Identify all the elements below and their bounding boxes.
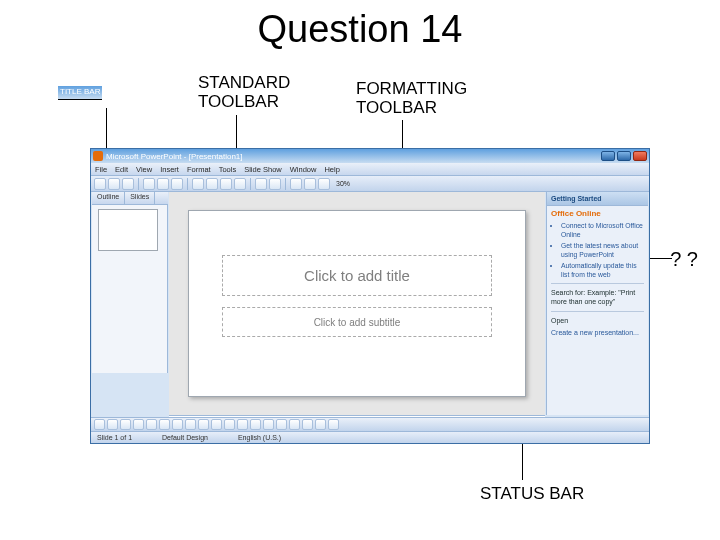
fill-color-icon[interactable] <box>237 419 248 430</box>
line-style-icon[interactable] <box>276 419 287 430</box>
dash-style-icon[interactable] <box>289 419 300 430</box>
chart-icon[interactable] <box>290 178 302 190</box>
taskpane-bullet[interactable]: Connect to Microsoft Office Online <box>561 222 644 240</box>
menu-window[interactable]: Window <box>290 165 317 174</box>
clipart-icon[interactable] <box>211 419 222 430</box>
autoshapes-icon[interactable] <box>120 419 131 430</box>
line-icon[interactable] <box>133 419 144 430</box>
undo-icon[interactable] <box>255 178 267 190</box>
threeD-icon[interactable] <box>328 419 339 430</box>
print-icon[interactable] <box>143 178 155 190</box>
arrow-style-icon[interactable] <box>302 419 313 430</box>
arrow-unknown <box>648 258 672 259</box>
taskpane-bullet[interactable]: Automatically update this list from the … <box>561 262 644 280</box>
status-language: English (U.S.) <box>238 434 281 441</box>
rectangle-icon[interactable] <box>159 419 170 430</box>
taskpane-search-label: Search for: <box>551 289 585 296</box>
paste-icon[interactable] <box>220 178 232 190</box>
subtitle-placeholder[interactable]: Click to add subtitle <box>222 307 491 337</box>
save-icon[interactable] <box>122 178 134 190</box>
taskpane-header[interactable]: Getting Started <box>547 192 648 206</box>
wordart-icon[interactable] <box>198 419 209 430</box>
shadow-icon[interactable] <box>315 419 326 430</box>
font-color-icon[interactable] <box>263 419 274 430</box>
status-slide-number: Slide 1 of 1 <box>97 434 132 441</box>
standard-toolbar: 30% <box>91 176 649 192</box>
arrow-icon[interactable] <box>146 419 157 430</box>
menu-slideshow[interactable]: Slide Show <box>244 165 282 174</box>
open-icon[interactable] <box>108 178 120 190</box>
cut-icon[interactable] <box>192 178 204 190</box>
tab-outline[interactable]: Outline <box>92 192 125 204</box>
picture-icon[interactable] <box>224 419 235 430</box>
task-pane: Getting Started Office Online Connect to… <box>546 192 648 415</box>
line-color-icon[interactable] <box>250 419 261 430</box>
statusbar: Slide 1 of 1 Default Design English (U.S… <box>91 431 649 443</box>
oval-icon[interactable] <box>172 419 183 430</box>
tab-slides[interactable]: Slides <box>125 192 155 204</box>
slide-canvas[interactable]: Click to add title Click to add subtitle <box>188 210 526 397</box>
select-arrow-icon[interactable] <box>107 419 118 430</box>
slide-thumbnail[interactable] <box>98 209 158 251</box>
office-online-logo: Office Online <box>551 209 601 218</box>
title-placeholder[interactable]: Click to add title <box>222 255 491 296</box>
thumb-tabbar: Outline Slides <box>92 192 168 205</box>
menu-tools[interactable]: Tools <box>219 165 237 174</box>
minimize-button[interactable] <box>601 151 615 161</box>
window-buttons <box>601 151 647 161</box>
menubar: File Edit View Insert Format Tools Slide… <box>91 163 649 176</box>
thumbnail-pane <box>92 205 168 373</box>
spell-icon[interactable] <box>171 178 183 190</box>
app-title: Microsoft PowerPoint - [Presentation1] <box>106 152 243 161</box>
menu-view[interactable]: View <box>136 165 152 174</box>
app-icon <box>93 151 103 161</box>
arrow-statusbar <box>522 444 523 480</box>
powerpoint-window: Microsoft PowerPoint - [Presentation1] F… <box>90 148 650 444</box>
maximize-button[interactable] <box>617 151 631 161</box>
page-title: Question 14 <box>0 8 720 51</box>
menu-format[interactable]: Format <box>187 165 211 174</box>
redo-icon[interactable] <box>269 178 281 190</box>
hyperlink-icon[interactable] <box>318 178 330 190</box>
status-design: Default Design <box>162 434 208 441</box>
menu-help[interactable]: Help <box>324 165 339 174</box>
menu-edit[interactable]: Edit <box>115 165 128 174</box>
label-unknown: ? ? <box>670 248 698 271</box>
label-standard-toolbar: STANDARD TOOLBAR <box>198 74 290 111</box>
titlebar: Microsoft PowerPoint - [Presentation1] <box>91 149 649 163</box>
slide-editing-area: Click to add title Click to add subtitle <box>169 192 545 415</box>
create-presentation-link[interactable]: Create a new presentation... <box>551 328 644 337</box>
zoom-value[interactable]: 30% <box>336 180 350 187</box>
format-painter-icon[interactable] <box>234 178 246 190</box>
label-formatting-toolbar: FORMATTING TOOLBAR <box>356 80 467 117</box>
table-icon[interactable] <box>304 178 316 190</box>
taskpane-open-label: Open <box>551 317 568 324</box>
close-button[interactable] <box>633 151 647 161</box>
drawing-toolbar <box>91 417 649 431</box>
arrow-titlebar <box>106 108 107 148</box>
taskpane-bullet[interactable]: Get the latest news about using PowerPoi… <box>561 242 644 260</box>
menu-file[interactable]: File <box>95 165 107 174</box>
new-icon[interactable] <box>94 178 106 190</box>
preview-icon[interactable] <box>157 178 169 190</box>
label-statusbar: STATUS BAR <box>480 484 584 504</box>
copy-icon[interactable] <box>206 178 218 190</box>
label-titlebar: TITLE BAR <box>58 86 102 100</box>
label-row: TITLE BAR STANDARD TOOLBAR FORMATTING TO… <box>0 72 720 118</box>
draw-menu-icon[interactable] <box>94 419 105 430</box>
textbox-icon[interactable] <box>185 419 196 430</box>
menu-insert[interactable]: Insert <box>160 165 179 174</box>
